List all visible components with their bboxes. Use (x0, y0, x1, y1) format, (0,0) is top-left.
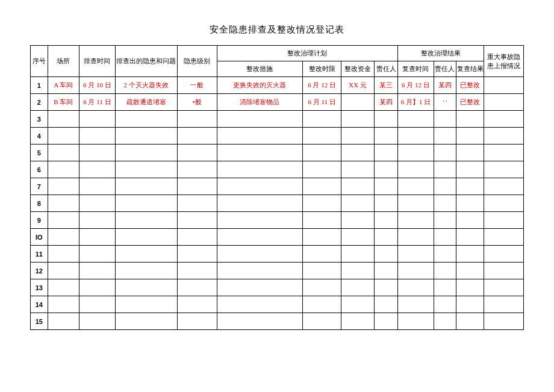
cell-recheck_time (398, 212, 434, 229)
table-row: 12 (31, 263, 524, 279)
cell-funds (341, 111, 374, 128)
hdr-recheck-res: 复查结果 (456, 61, 484, 77)
cell-report (484, 145, 524, 161)
cell-seq: 15 (31, 313, 48, 330)
cell-recheck_res (456, 161, 484, 178)
cell-measure (217, 111, 303, 128)
cell-recheck_res: 已整改 (456, 94, 484, 111)
cell-measure (217, 263, 303, 279)
cell-measure: 更换失效的灭火器 (217, 77, 303, 94)
cell-recheck_time (398, 161, 434, 178)
cell-inspect_time (79, 212, 115, 229)
cell-report (484, 94, 524, 111)
cell-level (177, 279, 217, 296)
cell-level (177, 296, 217, 313)
cell-seq: 4 (31, 128, 48, 145)
cell-report (484, 178, 524, 195)
hdr-issue: 排查出的隐患和问题 (115, 46, 177, 77)
cell-measure (217, 161, 303, 178)
hdr-deadline: 整改时限 (303, 61, 341, 77)
cell-recheck_res (456, 111, 484, 128)
cell-deadline (303, 212, 341, 229)
cell-funds (341, 246, 374, 263)
cell-measure: 清除堵塞物品 (217, 94, 303, 111)
cell-funds (341, 161, 374, 178)
cell-seq: 8 (31, 195, 48, 212)
hdr-funds: 整改资金 (341, 61, 374, 77)
cell-level (177, 195, 217, 212)
cell-report (484, 246, 524, 263)
cell-seq: IO (31, 229, 48, 246)
cell-deadline (303, 145, 341, 161)
table-row: 6 (31, 161, 524, 178)
hdr-resp2: 责任人 (434, 61, 456, 77)
cell-recheck_time (398, 145, 434, 161)
cell-funds (341, 195, 374, 212)
cell-inspect_time (79, 229, 115, 246)
cell-resp1: 某四 (374, 94, 398, 111)
cell-resp2 (434, 313, 456, 330)
cell-report (484, 263, 524, 279)
cell-resp2 (434, 178, 456, 195)
cell-location (48, 145, 79, 161)
cell-resp1: 某三 (374, 77, 398, 94)
cell-issue: 疏散通道堵塞 (115, 94, 177, 111)
cell-location (48, 296, 79, 313)
cell-issue (115, 263, 177, 279)
cell-resp2 (434, 229, 456, 246)
cell-level (177, 178, 217, 195)
cell-issue (115, 212, 177, 229)
hdr-measure: 整改措施 (217, 61, 303, 77)
cell-seq: 6 (31, 161, 48, 178)
cell-resp2 (434, 263, 456, 279)
cell-measure (217, 128, 303, 145)
cell-funds (341, 313, 374, 330)
cell-seq: 1 (31, 77, 48, 94)
cell-deadline: 6 月 12 日 (303, 77, 341, 94)
cell-recheck_time (398, 178, 434, 195)
cell-funds (341, 279, 374, 296)
cell-resp2 (434, 128, 456, 145)
cell-inspect_time (79, 111, 115, 128)
cell-recheck_res (456, 229, 484, 246)
cell-funds: XX 元 (341, 77, 374, 94)
cell-deadline (303, 128, 341, 145)
cell-level (177, 111, 217, 128)
cell-funds (341, 229, 374, 246)
cell-inspect_time (79, 161, 115, 178)
cell-inspect_time: 6 月 11 日 (79, 94, 115, 111)
page-title: 安全隐患排查及整改情况登记表 (30, 24, 524, 36)
cell-deadline (303, 111, 341, 128)
cell-resp2: 某四 (434, 77, 456, 94)
cell-level: 一般 (177, 77, 217, 94)
cell-report (484, 161, 524, 178)
cell-issue (115, 296, 177, 313)
cell-recheck_res (456, 128, 484, 145)
cell-location (48, 313, 79, 330)
hazard-table: 序号 场所 排查时间 排查出的隐患和问题 隐患级别 整改治理计划 整改治理结果 … (30, 45, 524, 330)
cell-level (177, 246, 217, 263)
cell-resp2 (434, 296, 456, 313)
cell-funds (341, 145, 374, 161)
cell-issue (115, 128, 177, 145)
cell-issue (115, 145, 177, 161)
cell-location: B 车间 (48, 94, 79, 111)
cell-resp2: ' ' (434, 94, 456, 111)
cell-recheck_time (398, 296, 434, 313)
cell-resp1 (374, 263, 398, 279)
cell-inspect_time (79, 178, 115, 195)
cell-recheck_res (456, 178, 484, 195)
cell-report (484, 212, 524, 229)
cell-resp1 (374, 128, 398, 145)
hdr-resp1: 责任人 (374, 61, 398, 77)
cell-inspect_time (79, 128, 115, 145)
cell-recheck_time (398, 263, 434, 279)
cell-issue (115, 195, 177, 212)
cell-location (48, 128, 79, 145)
cell-measure (217, 212, 303, 229)
table-row: 9 (31, 212, 524, 229)
cell-resp2 (434, 111, 456, 128)
cell-issue (115, 111, 177, 128)
cell-inspect_time (79, 246, 115, 263)
cell-deadline (303, 229, 341, 246)
